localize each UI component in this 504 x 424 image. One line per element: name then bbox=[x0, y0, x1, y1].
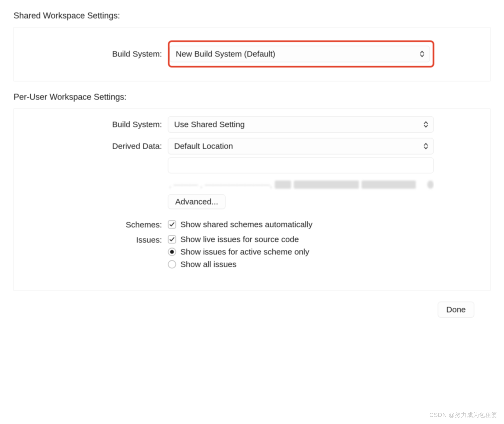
show-shared-schemes-label: Show shared schemes automatically bbox=[180, 220, 312, 229]
schemes-label: Schemes: bbox=[21, 220, 168, 229]
issues-show-all-label: Show all issues bbox=[180, 260, 237, 269]
checkmark-icon bbox=[168, 220, 176, 229]
show-live-issues-checkbox[interactable]: Show live issues for source code bbox=[168, 235, 434, 244]
shared-build-system-select[interactable]: New Build System (Default) bbox=[170, 46, 430, 62]
per-user-build-system-value: Use Shared Setting bbox=[174, 120, 245, 129]
shared-build-system-label: Build System: bbox=[21, 49, 168, 59]
derived-data-label: Derived Data: bbox=[21, 142, 168, 151]
per-user-settings-title: Per-User Workspace Settings: bbox=[14, 92, 490, 102]
issues-active-only-label: Show issues for active scheme only bbox=[180, 247, 309, 256]
per-user-settings-panel: Build System: Use Shared Setting Derived… bbox=[14, 108, 490, 291]
done-button[interactable]: Done bbox=[438, 302, 474, 317]
issues-show-all-radio[interactable]: Show all issues bbox=[168, 260, 434, 269]
updown-icon bbox=[423, 143, 429, 150]
radio-icon bbox=[168, 248, 176, 256]
build-system-highlight: New Build System (Default) bbox=[168, 40, 434, 68]
show-shared-schemes-checkbox[interactable]: Show shared schemes automatically bbox=[168, 220, 312, 229]
issues-label: Issues: bbox=[21, 235, 168, 245]
show-live-issues-label: Show live issues for source code bbox=[180, 235, 299, 244]
per-user-build-system-select[interactable]: Use Shared Setting bbox=[168, 116, 434, 133]
derived-data-path-readout: , ——— , ————————, bbox=[168, 178, 434, 191]
updown-icon bbox=[419, 50, 425, 57]
radio-icon bbox=[168, 260, 176, 268]
shared-settings-title: Shared Workspace Settings: bbox=[14, 11, 490, 21]
shared-settings-panel: Build System: New Build System (Default) bbox=[14, 27, 490, 81]
advanced-button[interactable]: Advanced... bbox=[168, 194, 225, 209]
shared-build-system-value: New Build System (Default) bbox=[176, 49, 275, 59]
updown-icon bbox=[423, 121, 429, 128]
checkmark-icon bbox=[168, 235, 176, 243]
per-user-build-system-label: Build System: bbox=[21, 120, 168, 129]
derived-data-select[interactable]: Default Location bbox=[168, 138, 434, 154]
issues-active-only-radio[interactable]: Show issues for active scheme only bbox=[168, 247, 434, 256]
derived-data-path-input[interactable] bbox=[168, 158, 434, 173]
derived-data-value: Default Location bbox=[174, 142, 233, 151]
